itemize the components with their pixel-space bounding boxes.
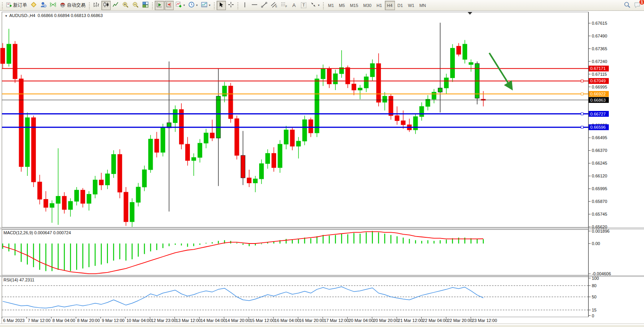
notification-badge: 1 xyxy=(639,0,644,5)
chart-shift-button[interactable] xyxy=(164,1,174,10)
tile-windows-button[interactable] xyxy=(141,1,150,10)
svg-text:8 Mar 04:00: 8 Mar 04:00 xyxy=(53,318,75,323)
timeframe-m1-button[interactable]: M1 xyxy=(326,1,336,10)
zoom-out-button[interactable] xyxy=(131,1,140,10)
svg-text:0.66863: 0.66863 xyxy=(590,98,606,102)
svg-text:20 Mar 04:00: 20 Mar 04:00 xyxy=(348,318,374,323)
svg-text:F: F xyxy=(285,5,287,8)
ohlc-values-label: 0.66866 0.66894 0.66813 0.66863 xyxy=(38,13,102,18)
cursor-button[interactable] xyxy=(217,1,226,10)
toolbar-drag-handle[interactable] xyxy=(1,2,3,9)
svg-text:0.66922: 0.66922 xyxy=(590,92,606,96)
new-order-icon xyxy=(6,2,12,9)
timeframe-h1-button[interactable]: H1 xyxy=(374,1,384,10)
auto-scroll-button[interactable] xyxy=(155,1,164,10)
chart-template-button[interactable]: ▾ xyxy=(200,1,212,10)
period-clock-button[interactable]: ▾ xyxy=(187,1,199,10)
vertical-line-icon xyxy=(242,2,248,9)
chart-template-icon xyxy=(201,2,207,9)
timeframe-w1-button[interactable]: W1 xyxy=(406,1,417,10)
horizontal-line-tool-button[interactable] xyxy=(250,1,259,10)
svg-text:23 Mar 12:00: 23 Mar 12:00 xyxy=(472,318,497,323)
community-person-icon xyxy=(40,2,46,9)
bar-chart-button[interactable] xyxy=(92,1,101,10)
svg-text:0.67171: 0.67171 xyxy=(590,66,606,71)
svg-text:17 Mar 12:00: 17 Mar 12:00 xyxy=(324,318,349,323)
chevron-down-icon: ▾ xyxy=(196,3,198,7)
chart-canvas[interactable]: 0.676150.674900.673650.672400.671150.669… xyxy=(0,11,644,327)
svg-text:0.65995: 0.65995 xyxy=(592,186,607,191)
zoom-in-button[interactable] xyxy=(121,1,130,10)
svg-text:-0.004606: -0.004606 xyxy=(592,271,611,276)
chevron-down-icon: ▾ xyxy=(318,3,319,7)
timeframe-d1-button[interactable]: D1 xyxy=(395,1,405,10)
metaeditor-button[interactable] xyxy=(29,1,38,10)
vertical-line-tool-button[interactable] xyxy=(240,1,249,10)
add-indicator-button[interactable]: ▾ xyxy=(174,1,186,10)
toolbar-group-handle[interactable] xyxy=(322,2,325,9)
macd-indicator-label: MACD(12,26,9) 0.000647 0.000724 xyxy=(3,230,71,235)
svg-text:0.00: 0.00 xyxy=(592,241,600,246)
metaeditor-icon xyxy=(31,2,37,9)
candlestick-chart-button[interactable] xyxy=(101,1,111,10)
svg-text:12 Mar 23:00: 12 Mar 23:00 xyxy=(151,318,176,323)
toolbar-group-handle[interactable] xyxy=(213,2,215,9)
toolbar-group-handle[interactable] xyxy=(237,2,239,9)
svg-text:0.66245: 0.66245 xyxy=(592,161,607,165)
trendline-tool-button[interactable] xyxy=(260,1,269,10)
fibonacci-tool-button[interactable]: F xyxy=(279,1,289,10)
timeframe-m30-button[interactable]: M30 xyxy=(361,1,374,10)
timeframe-mn-button[interactable]: MN xyxy=(417,1,428,10)
new-order-label: 新订单 xyxy=(13,2,27,9)
toolbar: 新订单 自动交易 xyxy=(0,0,644,11)
tile-windows-icon xyxy=(142,2,149,9)
text-label-icon: T xyxy=(301,2,307,8)
text-label-tool-button[interactable]: T xyxy=(299,1,308,10)
candlestick-chart-icon xyxy=(103,2,109,9)
rsi-indicator-label: RSI(14) 47.2311 xyxy=(3,278,34,282)
signals-icon xyxy=(50,2,56,9)
crosshair-button[interactable] xyxy=(226,1,236,10)
horizontal-line-icon xyxy=(251,2,258,9)
chart-window: 0.676150.674900.673650.672400.671150.669… xyxy=(0,11,644,327)
zoom-out-icon xyxy=(132,2,139,9)
add-indicator-icon xyxy=(176,2,182,9)
svg-text:0.001896: 0.001896 xyxy=(592,229,610,233)
svg-text:10 Mar 04:00: 10 Mar 04:00 xyxy=(126,318,152,323)
arrows-tool-button[interactable]: ▾ xyxy=(309,1,321,10)
svg-text:9 Mar 12:00: 9 Mar 12:00 xyxy=(102,318,125,323)
search-button[interactable] xyxy=(622,1,632,10)
toolbar-group-handle[interactable] xyxy=(88,2,91,9)
timeframe-m5-button[interactable]: M5 xyxy=(337,1,347,10)
line-chart-button[interactable] xyxy=(111,1,120,10)
text-tool-icon: A xyxy=(292,2,296,8)
text-tool-button[interactable]: A xyxy=(289,1,299,10)
svg-text:15: 15 xyxy=(592,308,596,312)
community-button[interactable] xyxy=(39,1,48,10)
auto-scroll-icon xyxy=(156,2,162,9)
svg-text:E: E xyxy=(275,5,277,8)
line-chart-icon xyxy=(113,2,119,9)
svg-text:0.67490: 0.67490 xyxy=(592,34,607,38)
timeframe-h4-button[interactable]: H4 xyxy=(385,1,395,10)
toolbar-group-handle[interactable] xyxy=(151,2,154,9)
svg-text:100: 100 xyxy=(592,276,599,281)
new-order-button[interactable]: 新订单 xyxy=(5,1,29,10)
svg-text:15 Mar 12:00: 15 Mar 12:00 xyxy=(250,318,275,323)
autotrading-icon xyxy=(60,2,66,9)
clock-icon xyxy=(188,2,195,9)
zoom-in-icon xyxy=(122,2,129,9)
timeframe-m15-button[interactable]: M15 xyxy=(348,1,360,10)
svg-text:13 Mar 12:00: 13 Mar 12:00 xyxy=(176,318,201,323)
trendline-icon xyxy=(261,2,267,9)
chevron-down-icon: ▾ xyxy=(183,3,185,7)
signals-button[interactable] xyxy=(48,1,58,10)
collapse-triangle-icon[interactable]: ▼ xyxy=(5,14,8,18)
equidistant-channel-tool-button[interactable]: E xyxy=(269,1,279,10)
svg-text:0.67240: 0.67240 xyxy=(592,59,607,64)
crosshair-icon xyxy=(228,2,234,9)
autotrading-button[interactable]: 自动交易 xyxy=(58,1,87,10)
svg-text:0.67049: 0.67049 xyxy=(590,78,606,83)
svg-text:14 Mar 04:00: 14 Mar 04:00 xyxy=(200,318,225,323)
svg-text:0.66120: 0.66120 xyxy=(592,174,607,178)
